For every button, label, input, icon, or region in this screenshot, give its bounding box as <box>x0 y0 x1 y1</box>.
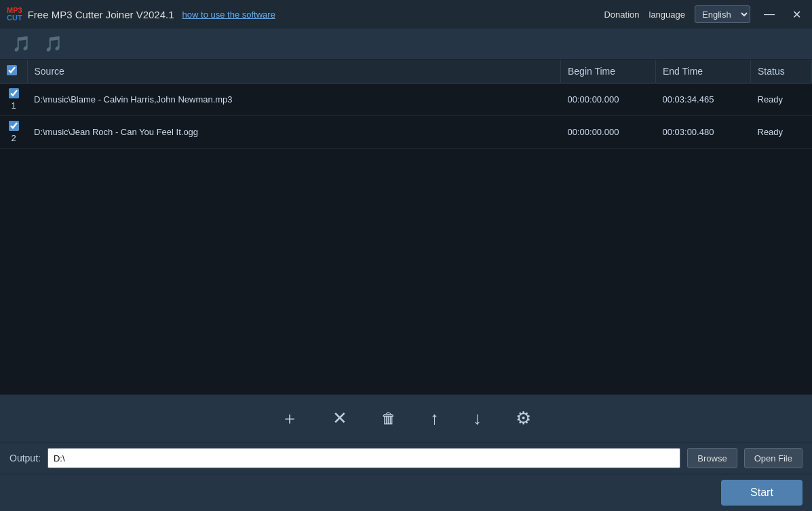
move-up-button[interactable]: ↑ <box>423 404 446 433</box>
row-number: 2 <box>11 133 16 143</box>
remove-button[interactable]: ✕ <box>326 404 354 433</box>
close-button[interactable]: ✕ <box>788 7 805 22</box>
row-checkbox-1[interactable] <box>9 88 19 98</box>
row-status: Ready <box>751 83 812 116</box>
move-down-button[interactable]: ↓ <box>466 404 488 433</box>
open-file-button[interactable]: Open File <box>744 448 803 468</box>
row-begin-time: 00:00:00.000 <box>561 83 656 116</box>
toolbar-btn-2[interactable]: 🎵 <box>39 33 68 56</box>
donation-link[interactable]: Donation <box>604 10 639 20</box>
select-all-checkbox[interactable] <box>7 65 17 75</box>
language-label: language <box>649 10 686 20</box>
browse-button[interactable]: Browse <box>687 448 737 468</box>
logo-cut: CUT <box>7 14 22 22</box>
start-button[interactable]: Start <box>721 480 803 506</box>
main-area: 🎵 🎵 Source Begin Time End Time Status 1D… <box>0 29 812 511</box>
settings-button[interactable]: ⚙ <box>509 404 538 433</box>
toolbar-btn-1[interactable]: 🎵 <box>7 33 36 56</box>
music-icon: 🎵 <box>44 35 62 53</box>
add-button[interactable]: ＋ <box>274 402 305 434</box>
col-header-status: Status <box>751 60 812 83</box>
title-bar: MP3 CUT Free MP3 Cutter Joiner V2024.1 h… <box>0 0 812 29</box>
start-bar: Start <box>0 474 812 511</box>
music-add-icon: 🎵 <box>12 35 31 53</box>
minimize-button[interactable]: — <box>760 7 779 22</box>
table-body: 1D:\music\Blame - Calvin Harris,John New… <box>0 83 812 149</box>
settings-icon: ⚙ <box>516 408 531 429</box>
col-header-begin-time: Begin Time <box>561 60 656 83</box>
clear-button[interactable]: 🗑 <box>374 406 403 432</box>
content-area: Source Begin Time End Time Status 1D:\mu… <box>0 60 812 394</box>
table-row: 2D:\music\Jean Roch - Can You Feel It.og… <box>0 116 812 149</box>
row-check-cell[interactable]: 1 <box>0 83 27 116</box>
row-status: Ready <box>751 116 812 149</box>
row-source: D:\music\Blame - Calvin Harris,John Newm… <box>27 83 561 116</box>
output-path-input[interactable] <box>47 448 680 468</box>
move-down-icon: ↓ <box>473 408 482 429</box>
row-check-cell[interactable]: 2 <box>0 116 27 149</box>
row-source: D:\music\Jean Roch - Can You Feel It.ogg <box>27 116 561 149</box>
file-table: Source Begin Time End Time Status 1D:\mu… <box>0 60 812 149</box>
how-to-link[interactable]: how to use the software <box>182 10 275 20</box>
row-end-time: 00:03:00.480 <box>656 116 751 149</box>
col-header-source: Source <box>27 60 561 83</box>
clear-icon: 🗑 <box>381 410 396 428</box>
toolbar: 🎵 🎵 <box>0 29 812 60</box>
row-end-time: 00:03:34.465 <box>656 83 751 116</box>
col-header-end-time: End Time <box>656 60 751 83</box>
app-title: Free MP3 Cutter Joiner V2024.1 <box>28 9 174 20</box>
table-row: 1D:\music\Blame - Calvin Harris,John New… <box>0 83 812 116</box>
output-label: Output: <box>9 453 41 463</box>
title-bar-actions: Donation language English Chinese French… <box>604 5 805 23</box>
add-icon: ＋ <box>281 406 298 430</box>
app-logo: MP3 CUT <box>7 7 22 22</box>
row-number: 1 <box>11 100 16 111</box>
table-header-row: Source Begin Time End Time Status <box>0 60 812 83</box>
row-begin-time: 00:00:00.000 <box>561 116 656 149</box>
remove-icon: ✕ <box>332 408 347 429</box>
row-checkbox-2[interactable] <box>9 121 19 131</box>
move-up-icon: ↑ <box>430 408 439 429</box>
col-header-check[interactable] <box>0 60 27 83</box>
language-select[interactable]: English Chinese French German Spanish <box>695 5 750 23</box>
bottom-toolbar: ＋ ✕ 🗑 ↑ ↓ ⚙ <box>0 394 812 442</box>
output-bar: Output: Browse Open File <box>0 442 812 474</box>
